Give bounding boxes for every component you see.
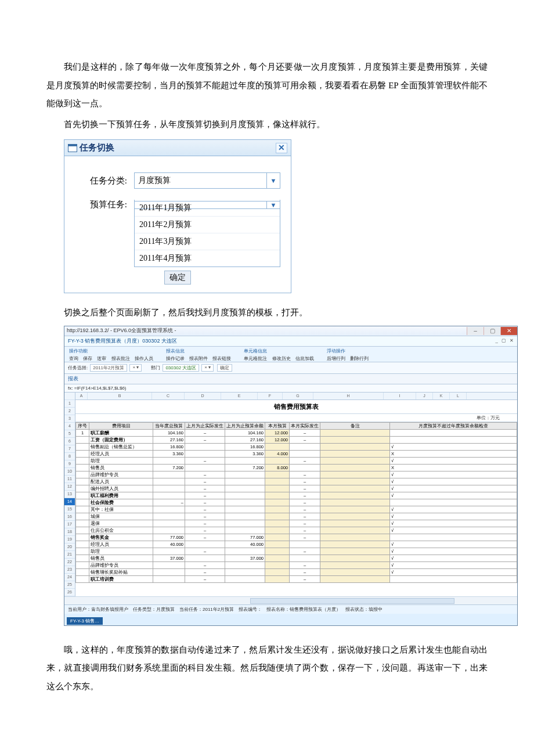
column-headers: ABCDEFGHIJKL	[75, 393, 517, 400]
dialog-title: 任务切换	[80, 142, 114, 153]
dropdown-option[interactable]: 2011年2月预算	[135, 217, 280, 233]
budget-app-window: http://192.168.3.2/ - EPV6.0全面预算管理系统 - –…	[64, 326, 518, 626]
budget-task-dropdown: 2011年1月预算 2011年2月预算 2011年3月预算 2011年4月预算	[134, 200, 280, 267]
toolbar: 操作功能 查询 保存 送审 报表批注 操作人员 报表信息 操作记录 报表附件 报…	[64, 347, 517, 362]
section-label: 报表	[64, 374, 517, 384]
formula-bar[interactable]: fx: =IF(F14>E14,$L$7,$L$6)	[64, 384, 517, 393]
dept-clear-button[interactable]: × ▾	[201, 364, 214, 372]
toolbar-group-report: 报表信息	[166, 348, 234, 354]
task-clear-button[interactable]: × ▾	[129, 364, 142, 372]
paragraph-2: 首先切换一下预算任务，从年度预算切换到月度预算，像这样就行。	[46, 116, 488, 134]
sheet-title: FY-Y-3 销售费用预算表（月度）030302 大连区	[68, 337, 177, 345]
task-switch-dialog: 任务切换 ✕ 任务分类: 月度预算 ▼ 预算任务: ▼ 2011年1月预算	[64, 139, 291, 293]
paragraph-4: 哦，这样的，年度预算的数据自动传递过来了，然后累计发生还没有，据说做好接口之后累…	[46, 641, 488, 696]
close-icon[interactable]: ✕	[276, 143, 287, 153]
app-address: http://192.168.3.2/ - EPV6.0全面预算管理系统 -	[67, 327, 176, 334]
paragraph-1: 我们是这样的，除了每年做一次年度预算之外，每个月还要做一次月度预算，月度预算主要…	[46, 58, 488, 113]
task-category-select[interactable]: 月度预算 ▼	[134, 172, 280, 189]
dropdown-option[interactable]: 2011年3月预算	[135, 233, 280, 250]
horizontal-scrollbar[interactable]	[64, 596, 517, 604]
label-budget-task: 预算任务:	[75, 199, 134, 210]
dropdown-option[interactable]: 2011年4月预算	[135, 250, 280, 267]
window-icon	[68, 144, 77, 152]
close-icon[interactable]: ✕	[500, 327, 517, 335]
save-button[interactable]: 保存	[83, 356, 92, 361]
unit-label: 单位：万元	[75, 414, 517, 422]
submit-button[interactable]: 送审	[97, 356, 106, 361]
operator-button[interactable]: 操作人员	[135, 356, 153, 361]
sheet-tab[interactable]: FY-Y-3 销售…	[67, 617, 103, 625]
task-select-line: 任务选择: 2011年2月预算 × ▾ 部门 030302 大连区 × ▾ 确定	[64, 362, 517, 374]
confirm-button[interactable]: 确定	[217, 364, 232, 372]
chevron-down-icon[interactable]: ▼	[266, 173, 280, 188]
toolbar-group-cell: 单元格信息	[244, 348, 317, 354]
row-numbers: 1234567891011121314151617181920212223242…	[64, 393, 75, 596]
toolbar-group-ops: 操作功能	[69, 348, 157, 354]
chevron-down-icon[interactable]: ▼	[266, 201, 280, 208]
budget-table: 序号费用项目当年度总预算上月为止实际发生上月为止预算余额本月预算本月实际发生备注…	[75, 422, 517, 583]
query-button[interactable]: 查询	[69, 356, 78, 361]
label-task-category: 任务分类:	[75, 175, 134, 186]
ok-button[interactable]: 确定	[164, 271, 191, 285]
paragraph-3: 切换之后整个页面刷新了，然后我找到月度预算的模板，打开。	[46, 304, 488, 322]
toolbar-group-float: 浮动操作	[327, 348, 372, 354]
minimize-icon[interactable]: –	[467, 327, 484, 335]
maximize-icon[interactable]: ▢	[484, 327, 500, 335]
sheet-title: 销售费用预算表	[75, 400, 517, 414]
task-select-input[interactable]: 2011年2月预算	[90, 364, 127, 372]
status-bar: 当前用户：青岛财务填报用户 任务类型：月度预算 当前任务：2011年2月预算 报…	[64, 604, 517, 614]
dept-input[interactable]: 030302 大连区	[163, 364, 199, 372]
annotate-button[interactable]: 报表批注	[111, 356, 130, 361]
